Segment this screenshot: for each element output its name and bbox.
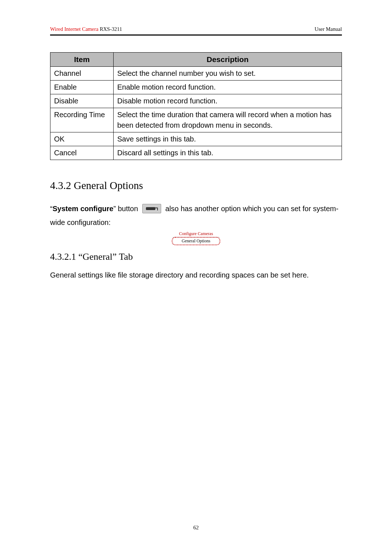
table-cell-item: Cancel xyxy=(50,146,114,160)
table-row: Disable Disable motion record function. xyxy=(50,94,342,108)
table-cell-desc: Save settings in this tab. xyxy=(114,132,342,146)
table-cell-item: Recording Time xyxy=(50,108,114,132)
header-product-name: Wired Internet Camera xyxy=(50,26,98,32)
table-row: Enable Enable motion record function. xyxy=(50,81,342,94)
table-row: Cancel Discard all settings in this tab. xyxy=(50,146,342,160)
table-row: OK Save settings in this tab. xyxy=(50,132,342,146)
menu-item-general-options: General Options xyxy=(173,237,219,245)
table-row: Channel Select the channel number you wi… xyxy=(50,67,342,81)
table-header-description: Description xyxy=(114,53,342,67)
table-row: Recording Time Select the time duration … xyxy=(50,108,342,132)
subsection-paragraph: General settings like file storage direc… xyxy=(50,268,342,282)
system-configure-button-icon xyxy=(142,204,161,213)
header-left: Wired Internet Camera RXS-3211 xyxy=(50,26,122,32)
open-quote: “ xyxy=(50,205,53,213)
header-divider xyxy=(50,34,342,36)
header-right: User Manual xyxy=(315,26,342,32)
table-cell-item: Channel xyxy=(50,67,114,81)
after-bold-text: ” button xyxy=(114,205,140,213)
context-menu-image: Configure Cameras General Options xyxy=(173,231,219,245)
table-header-row: Item Description xyxy=(50,53,342,67)
page-header: Wired Internet Camera RXS-3211 User Manu… xyxy=(50,26,342,34)
table-cell-desc: Select the channel number you wish to se… xyxy=(114,67,342,81)
table-cell-item: Enable xyxy=(50,81,114,94)
table-cell-desc: Disable motion record function. xyxy=(114,94,342,108)
table-cell-item: OK xyxy=(50,132,114,146)
menu-item-general-options-label: General Options xyxy=(182,238,211,243)
table-cell-item: Disable xyxy=(50,94,114,108)
section-paragraph: “System configure” button also has anoth… xyxy=(50,202,342,229)
menu-item-configure-cameras: Configure Cameras xyxy=(173,231,219,237)
subsection-heading: 4.3.2.1 “General” Tab xyxy=(50,251,342,262)
table-cell-desc: Discard all settings in this tab. xyxy=(114,146,342,160)
settings-table: Item Description Channel Select the chan… xyxy=(50,52,342,160)
table-cell-desc: Select the time duration that camera wil… xyxy=(114,108,342,132)
table-header-item: Item xyxy=(50,53,114,67)
section-heading: 4.3.2 General Options xyxy=(50,180,342,192)
page-number: 62 xyxy=(0,525,392,531)
table-cell-desc: Enable motion record function. xyxy=(114,81,342,94)
header-model: RXS-3211 xyxy=(98,26,122,32)
bold-system-configure: System configure xyxy=(53,205,114,213)
